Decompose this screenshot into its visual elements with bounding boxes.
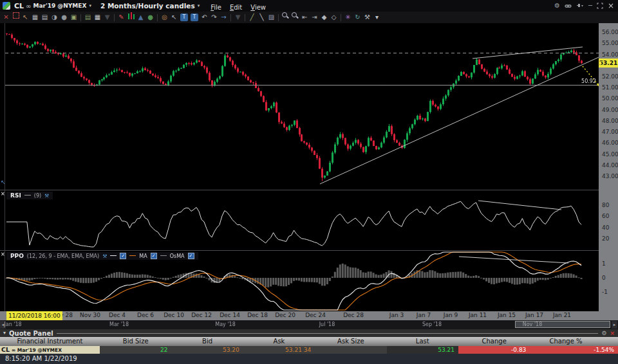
quote-column-1[interactable]: Bid Size	[100, 337, 171, 346]
crosshair-icon[interactable]: ◎	[160, 12, 169, 23]
rsi-title: RSI	[10, 192, 21, 199]
ppo-osma-checkbox[interactable]: ✓	[188, 253, 194, 259]
layout-grid-icon[interactable]: ▦	[93, 12, 102, 23]
text-label-icon[interactable]: T	[180, 14, 188, 21]
style-icon[interactable]: ✳	[343, 12, 353, 23]
quote-cell-bid-size[interactable]: 22	[100, 346, 171, 354]
time-tick-label: Dec 10	[164, 312, 184, 318]
chart-scrollbar[interactable]: ◂ ▸ Jan '18Mar '18May '18Jul '18Sep '18N…	[0, 320, 618, 329]
channel-icon[interactable]: ▨	[267, 12, 276, 23]
redo-icon[interactable]: ↷	[209, 12, 219, 23]
quote-column-5[interactable]: Last	[387, 337, 458, 346]
toolbar-separator	[278, 14, 279, 21]
quote-column-3[interactable]: Ask	[243, 337, 315, 346]
quote-settings-icon[interactable]: ⚙	[601, 329, 606, 337]
quote-cell-ask-size[interactable]	[315, 346, 386, 354]
jump-icon[interactable]: →	[219, 12, 229, 23]
rsi-close-icon[interactable]: ×	[1, 192, 5, 197]
draw-pencil-icon[interactable]: ✎	[117, 12, 126, 23]
indicators-menu-icon[interactable]: ▼	[102, 12, 112, 23]
symbol-dropdown-icon[interactable]: ▾	[89, 3, 91, 8]
candles-icon[interactable]	[126, 12, 136, 23]
rsi-axis[interactable]: 80604020	[599, 190, 618, 251]
zoom-in-icon[interactable]	[281, 12, 290, 23]
quote-column-7[interactable]: Change %	[530, 337, 601, 346]
quote-cell-change[interactable]: -0.83	[458, 346, 530, 354]
pointer-icon[interactable]: ↖	[21, 12, 30, 23]
ppo-ma-checkbox[interactable]: ✓	[151, 253, 157, 259]
toolbar-separator	[80, 14, 81, 21]
quote-column-2[interactable]: Bid	[171, 337, 243, 346]
link-icon[interactable]	[565, 3, 572, 10]
close-icon[interactable]: ×	[608, 0, 614, 12]
quote-close-icon[interactable]: ×	[610, 329, 615, 337]
menu-view[interactable]: View	[250, 4, 266, 11]
area-chart-icon[interactable]: ▲	[136, 12, 145, 23]
app-icon[interactable]	[3, 2, 10, 10]
rsi-settings-icon[interactable]: ⚒	[44, 193, 49, 199]
ppo-axis-label: 0	[602, 275, 606, 281]
layers-icon[interactable]: ▤	[83, 12, 93, 23]
timeframe-label[interactable]: 2 Months/Hourly candles	[100, 2, 195, 10]
more-dropdown-icon[interactable]: ▾	[372, 12, 382, 23]
price-axis-label: 48.00	[602, 118, 618, 124]
time-tick-label: Dec 28	[343, 312, 364, 318]
globe-icon[interactable]: ●	[145, 12, 155, 23]
menu-edit[interactable]: Edit	[230, 4, 242, 11]
price-axis-label: 49.00	[602, 107, 618, 113]
menu-bar: FileEditView	[202, 0, 266, 12]
quote-cell-change-pct[interactable]: -1.54%	[530, 346, 618, 354]
maximize-icon[interactable]	[597, 3, 603, 9]
rsi-chart-canvas[interactable]	[5, 190, 599, 251]
select-region-icon[interactable]	[11, 12, 21, 23]
minimize-icon[interactable]: ─	[588, 0, 592, 12]
time-tick-label: Dec 12	[191, 312, 212, 318]
grid-icon[interactable]: ▦	[30, 12, 40, 23]
expand-h-icon[interactable]: ◆	[319, 12, 329, 23]
ppo-chart-canvas[interactable]	[5, 251, 599, 311]
menu-file[interactable]: File	[211, 4, 221, 11]
quote-cell-instrument[interactable]: CL ∞ Mar'19 @NYMEX	[0, 346, 100, 354]
panel-divider[interactable]	[0, 190, 618, 190]
print-icon[interactable]: ▤	[40, 12, 50, 23]
ppo-axis[interactable]: 10-1	[599, 251, 618, 311]
time-tick-label: Jan 17	[525, 312, 543, 318]
image-icon[interactable]: ▣	[69, 12, 79, 23]
ppo-settings-icon[interactable]: ⚒	[102, 253, 107, 259]
time-axis[interactable]: 11/20/2018 16:00 Nov 28Nov 30Dec 4Dec 6D…	[0, 311, 618, 320]
circle-icon[interactable]: ●	[59, 12, 69, 23]
snap-left-icon[interactable]: ⇤	[300, 12, 310, 23]
quote-cell-ask[interactable]: 53.21 34	[243, 346, 315, 354]
settings-icon[interactable]: ⚙	[554, 0, 560, 12]
line-tool-icon[interactable]: ╲	[257, 12, 267, 23]
text-note-icon[interactable]: T	[191, 14, 198, 21]
settings-wrench-icon[interactable]: ⚒	[362, 12, 372, 23]
quote-panel-title: Quote Panel	[9, 330, 53, 337]
quote-cell-bid[interactable]: 53.20	[171, 346, 243, 354]
undo-icon[interactable]: ↶	[200, 12, 209, 23]
timeframe-dropdown-icon[interactable]: ▾	[198, 3, 200, 8]
quote-column-6[interactable]: Change	[458, 337, 530, 346]
measure-icon[interactable]: ↖	[169, 12, 179, 23]
panel-divider[interactable]	[0, 250, 618, 251]
scroll-right-button[interactable]: ▸	[612, 321, 617, 329]
expand-v-icon[interactable]: ◇	[329, 12, 339, 23]
pie-icon[interactable]: ◑	[50, 12, 59, 23]
quote-column-0[interactable]: Financial Instrument	[0, 337, 100, 346]
quote-collapse-icon[interactable]: ▾	[3, 329, 6, 337]
quote-row[interactable]: CL ∞ Mar'19 @NYMEX2253.2053.21 3453.21-0…	[0, 346, 618, 354]
refresh-icon[interactable]: ↻	[353, 12, 362, 23]
snap-right-icon[interactable]: ⇥	[310, 12, 319, 23]
ppo-checkbox[interactable]: ✓	[120, 253, 126, 259]
filter-icon[interactable]: ▼	[233, 12, 243, 23]
zoom-out-icon[interactable]	[290, 12, 300, 23]
quote-column-4[interactable]: Ask Size	[315, 337, 386, 346]
close-chart-icon[interactable]: ✕	[1, 12, 11, 23]
trendline-icon[interactable]: ╱	[247, 12, 257, 23]
ppo-close-icon[interactable]: ×	[1, 252, 5, 257]
price-axis[interactable]: 57.0056.0055.0054.0053.0052.0051.0050.00…	[599, 23, 618, 190]
quote-cell-last[interactable]: 53.21	[387, 346, 458, 354]
pin-icon[interactable]	[576, 3, 584, 10]
price-chart-canvas[interactable]	[5, 23, 599, 190]
toolbar-separator	[114, 14, 115, 21]
